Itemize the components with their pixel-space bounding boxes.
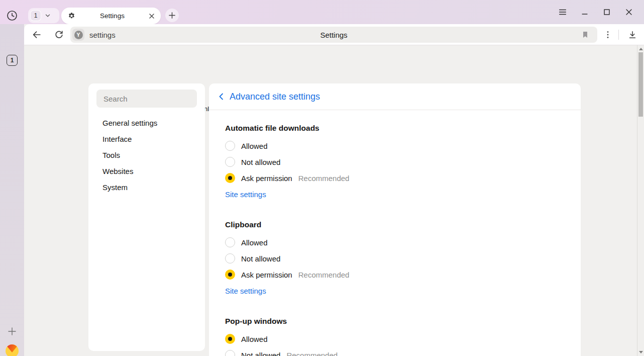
downloads-button[interactable]: [624, 27, 640, 43]
back-button[interactable]: [29, 27, 45, 43]
search-box[interactable]: [96, 90, 197, 108]
radio-unselected-icon[interactable]: [225, 157, 235, 167]
workspace-badge[interactable]: 1: [7, 55, 18, 66]
download-icon: [627, 30, 637, 40]
history-clock-button[interactable]: [6, 10, 18, 22]
radio-option-not-allowed[interactable]: Not allowed: [225, 154, 565, 170]
settings-sidebar: General settingsInterfaceToolsWebsitesSy…: [88, 83, 205, 351]
scrollbar-thumb[interactable]: [638, 52, 643, 117]
reload-button[interactable]: [51, 27, 67, 43]
browser-tab-settings[interactable]: Settings: [61, 8, 161, 24]
titlebar: 1 Settings: [0, 0, 644, 24]
page-content: BookmarksDownloadsHistoryExtensionsSetti…: [24, 45, 637, 356]
radio-unselected-icon[interactable]: [225, 237, 235, 247]
radio-option-ask-permission[interactable]: Ask permissionRecommended: [225, 170, 565, 186]
recommended-note: Recommended: [298, 271, 350, 279]
radio-option-allowed[interactable]: Allowed: [225, 138, 565, 154]
settings-main-card: Advanced site settings Automatic file do…: [209, 83, 581, 356]
arrow-left-icon: [31, 29, 42, 40]
toolbar-more-button[interactable]: [600, 27, 616, 43]
left-rail: 1: [0, 24, 24, 356]
minimize-icon: [580, 8, 589, 17]
radio-option-not-allowed[interactable]: Not allowed: [225, 250, 565, 266]
site-settings-link[interactable]: Site settings: [225, 189, 565, 200]
recommended-note: Recommended: [286, 351, 338, 356]
close-icon: [624, 8, 633, 17]
minimize-button[interactable]: [574, 0, 596, 24]
main-header[interactable]: Advanced site settings: [209, 83, 581, 110]
close-window-button[interactable]: [618, 0, 640, 24]
plus-icon: [168, 12, 176, 19]
window-controls: [552, 0, 640, 24]
sidebar-menu: General settingsInterfaceToolsWebsitesSy…: [88, 115, 205, 195]
bookmark-button[interactable]: [579, 29, 591, 41]
mail-flap: [6, 344, 19, 352]
section-automatic-file-downloads: Automatic file downloadsAllowedNot allow…: [225, 123, 565, 200]
back-chevron-icon[interactable]: [218, 93, 226, 101]
settings-sections: Automatic file downloadsAllowedNot allow…: [209, 110, 581, 356]
section-pop-up-windows: Pop-up windowsAllowedNot allowedRecommen…: [225, 316, 565, 356]
clock-icon: [6, 10, 18, 22]
rail-add-button[interactable]: [0, 325, 24, 337]
recommended-note: Recommended: [298, 174, 350, 183]
scroll-up-arrow-icon[interactable]: [639, 48, 643, 50]
radio-selected-icon[interactable]: [225, 270, 235, 280]
section-title: Pop-up windows: [225, 316, 565, 326]
new-tab-button[interactable]: [165, 9, 179, 22]
sidebar-item-websites[interactable]: Websites: [88, 163, 205, 179]
scrollbar[interactable]: [637, 45, 644, 356]
radio-label: Allowed: [241, 142, 268, 150]
sidebar-item-general-settings[interactable]: General settings: [88, 115, 205, 131]
site-settings-link[interactable]: Site settings: [225, 286, 565, 296]
radio-unselected-icon[interactable]: [225, 141, 235, 151]
browser-window: 1 Settings: [0, 0, 644, 356]
radio-label: Not allowed: [241, 254, 280, 263]
reload-icon: [54, 30, 64, 40]
page-title: Settings: [70, 31, 597, 39]
main-title: Advanced site settings: [230, 92, 320, 102]
browser-menu-button[interactable]: [552, 0, 574, 24]
section-clipboard: ClipboardAllowedNot allowedAsk permissio…: [225, 220, 565, 296]
radio-selected-icon[interactable]: [225, 334, 235, 344]
tab-group-count: 1: [30, 10, 41, 21]
radio-unselected-icon[interactable]: [225, 253, 235, 263]
search-input[interactable]: [96, 95, 197, 103]
radio-option-ask-permission[interactable]: Ask permissionRecommended: [225, 266, 565, 283]
radio-label: Not allowed: [241, 351, 280, 356]
chevron-down-icon: [44, 12, 51, 19]
radio-option-allowed[interactable]: Allowed: [225, 234, 565, 250]
radio-unselected-icon[interactable]: [225, 350, 235, 356]
radio-label: Not allowed: [241, 158, 280, 166]
radio-label: Ask permission: [241, 174, 292, 183]
radio-label: Allowed: [241, 238, 268, 247]
maximize-icon: [602, 8, 611, 17]
tab-title: Settings: [76, 12, 149, 20]
tab-close-icon[interactable]: [149, 13, 155, 19]
hamburger-menu-icon: [558, 8, 567, 17]
plus-icon: [7, 326, 17, 336]
kebab-icon: [603, 30, 612, 39]
tab-group-chip[interactable]: 1: [28, 8, 59, 23]
toolbar-divider: [618, 30, 619, 40]
yandex-mail-icon[interactable]: [6, 344, 19, 356]
sidebar-item-tools[interactable]: Tools: [88, 147, 205, 163]
radio-option-allowed[interactable]: Allowed: [225, 331, 565, 347]
sidebar-item-system[interactable]: System: [88, 179, 205, 195]
section-title: Clipboard: [225, 220, 565, 229]
radio-label: Ask permission: [241, 271, 292, 279]
gear-icon: [67, 12, 76, 20]
scroll-down-arrow-icon[interactable]: [639, 351, 643, 353]
addressbar: Y settings Settings: [24, 24, 644, 45]
radio-selected-icon[interactable]: [225, 173, 235, 183]
url-smartbox[interactable]: Y settings Settings: [70, 27, 597, 43]
sidebar-item-interface[interactable]: Interface: [88, 131, 205, 147]
radio-label: Allowed: [241, 335, 268, 343]
radio-option-not-allowed[interactable]: Not allowedRecommended: [225, 347, 565, 356]
bookmark-flag-icon: [581, 31, 589, 39]
section-title: Automatic file downloads: [225, 123, 565, 133]
maximize-button[interactable]: [596, 0, 618, 24]
